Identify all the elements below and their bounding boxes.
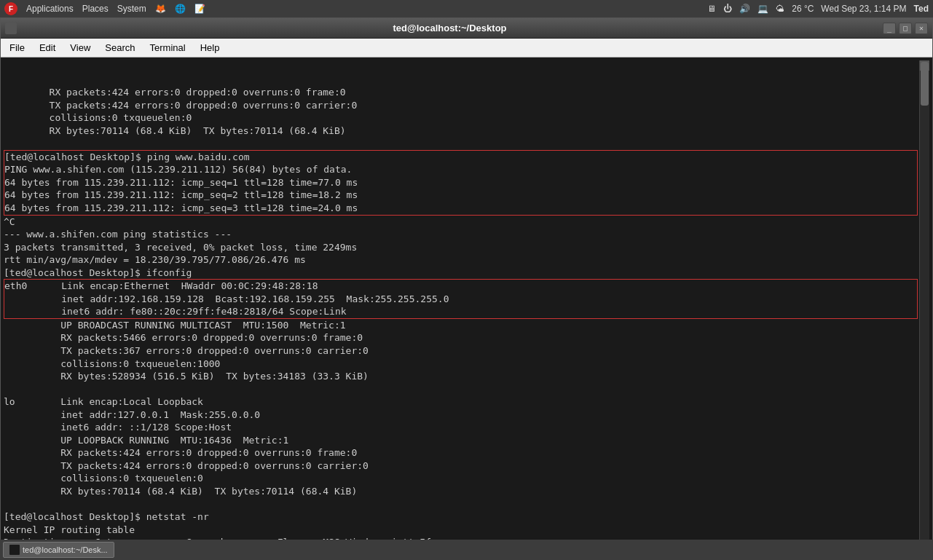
scrollbar-thumb[interactable] <box>921 62 929 106</box>
menu-item-terminal[interactable]: Terminal <box>144 41 192 55</box>
terminal-line: UP LOOPBACK RUNNING MTU:16436 Metric:1 <box>4 434 919 447</box>
terminal-line: collisions:0 txqueuelen:0 <box>4 111 919 125</box>
app-logo: F <box>4 2 17 15</box>
browser-icon[interactable]: 🦊 <box>155 4 166 14</box>
terminal-line: inet6 addr: fe80::20c:29ff:fe48:2818/64 … <box>4 305 917 318</box>
title-bar-icon <box>5 23 17 34</box>
title-bar: ted@localhost:~/Desktop _ □ ✕ <box>1 18 932 39</box>
network-status-icon: 🖥 <box>707 4 716 14</box>
terminal-line: 64 bytes from 115.239.211.112: icmp_seq=… <box>4 176 917 189</box>
username-display: Ted <box>914 4 929 14</box>
power-icon: ⏻ <box>723 4 732 14</box>
terminal-line: UP BROADCAST RUNNING MULTICAST MTU:1500 … <box>4 319 919 332</box>
terminal-line <box>4 137 919 150</box>
terminal-line: PING www.a.shifen.com (115.239.211.112) … <box>4 163 917 176</box>
terminal-line: TX packets:367 errors:0 dropped:0 overru… <box>4 344 919 358</box>
system-bar: F Applications Places System 🦊 🌐 📝 🖥 ⏻ 🔊… <box>0 0 933 17</box>
volume-icon: 🔊 <box>739 4 750 14</box>
places-menu[interactable]: Places <box>82 4 109 14</box>
menu-item-help[interactable]: Help <box>194 41 226 55</box>
terminal-line: [ted@localhost Desktop]$ ifconfig <box>4 267 919 280</box>
terminal-line: RX bytes:70114 (68.4 KiB) TX bytes:70114… <box>4 125 919 138</box>
system-bar-right: 🖥 ⏻ 🔊 💻 🌤 26 °C Wed Sep 23, 1:14 PM Ted <box>707 4 929 14</box>
datetime-display: Wed Sep 23, 1:14 PM <box>821 4 906 14</box>
terminal-line: TX packets:424 errors:0 dropped:0 overru… <box>4 99 919 112</box>
terminal-line: --- www.a.shifen.com ping statistics --- <box>4 228 919 241</box>
terminal-line: collisions:0 txqueuelen:1000 <box>4 358 919 371</box>
terminal-line: RX packets:424 errors:0 dropped:0 overru… <box>4 446 919 460</box>
menu-item-file[interactable]: File <box>4 41 31 55</box>
window-controls[interactable]: _ □ ✕ <box>883 23 928 34</box>
terminal-line: RX bytes:70114 (68.4 KiB) TX bytes:70114… <box>4 485 919 498</box>
system-bar-left: F Applications Places System 🦊 🌐 📝 <box>4 2 205 15</box>
terminal-line: [ted@localhost Desktop]$ netstat -nr <box>4 510 919 524</box>
monitor-icon: 💻 <box>757 4 768 14</box>
weather-icon: 🌤 <box>776 4 784 14</box>
terminal-window: ted@localhost:~/Desktop _ □ ✕ FileEditVi… <box>0 17 933 560</box>
menu-item-edit[interactable]: Edit <box>34 41 61 55</box>
terminal-line: TX packets:424 errors:0 dropped:0 overru… <box>4 460 919 473</box>
terminal-line: rtt min/avg/max/mdev = 18.230/39.795/77.… <box>4 253 919 267</box>
note-icon: 📝 <box>194 4 205 14</box>
taskbar-terminal-label: ted@localhost:~/Desk... <box>23 545 108 554</box>
taskbar-terminal-icon <box>9 545 20 555</box>
terminal-body[interactable]: RX packets:424 errors:0 dropped:0 overru… <box>1 58 932 559</box>
terminal-line: RX packets:424 errors:0 dropped:0 overru… <box>4 86 919 99</box>
terminal-line <box>4 498 919 511</box>
terminal-content: RX packets:424 errors:0 dropped:0 overru… <box>4 60 919 556</box>
terminal-line: 64 bytes from 115.239.211.112: icmp_seq=… <box>4 202 917 215</box>
terminal-line: [ted@localhost Desktop]$ ping www.baidu.… <box>4 151 917 164</box>
close-button[interactable]: ✕ <box>915 23 928 34</box>
applications-menu[interactable]: Applications <box>26 4 74 14</box>
terminal-line: inet addr:192.168.159.128 Bcast:192.168.… <box>4 293 917 306</box>
terminal-line: RX bytes:528934 (516.5 KiB) TX bytes:341… <box>4 370 919 383</box>
terminal-line: collisions:0 txqueuelen:0 <box>4 472 919 485</box>
taskbar: ted@localhost:~/Desk... <box>0 540 933 560</box>
terminal-line: RX packets:5466 errors:0 dropped:0 overr… <box>4 331 919 344</box>
minimize-button[interactable]: _ <box>883 23 896 34</box>
terminal-line: inet6 addr: ::1/128 Scope:Host <box>4 421 919 434</box>
terminal-line <box>4 383 919 396</box>
menu-item-search[interactable]: Search <box>99 41 141 55</box>
terminal-line: Kernel IP routing table <box>4 524 919 537</box>
taskbar-terminal-item[interactable]: ted@localhost:~/Desk... <box>3 542 114 558</box>
terminal-line: 64 bytes from 115.239.211.112: icmp_seq=… <box>4 189 917 202</box>
menu-item-view[interactable]: View <box>64 41 96 55</box>
terminal-line: lo Link encap:Local Loopback <box>4 395 919 409</box>
system-menu[interactable]: System <box>117 4 146 14</box>
terminal-line: inet addr:127.0.0.1 Mask:255.0.0.0 <box>4 409 919 422</box>
network-icon: 🌐 <box>175 4 186 14</box>
terminal-line: 3 packets transmitted, 3 received, 0% pa… <box>4 241 919 254</box>
window-title: ted@localhost:~/Desktop <box>17 23 883 33</box>
maximize-button[interactable]: □ <box>899 23 912 34</box>
terminal-line: ^C <box>4 216 919 229</box>
menu-bar: FileEditViewSearchTerminalHelp <box>1 39 932 58</box>
scrollbar[interactable]: ▲ ▼ <box>919 60 929 556</box>
terminal-line: eth0 Link encap:Ethernet HWaddr 00:0C:29… <box>4 280 917 293</box>
temperature-display: 26 °C <box>792 4 814 14</box>
